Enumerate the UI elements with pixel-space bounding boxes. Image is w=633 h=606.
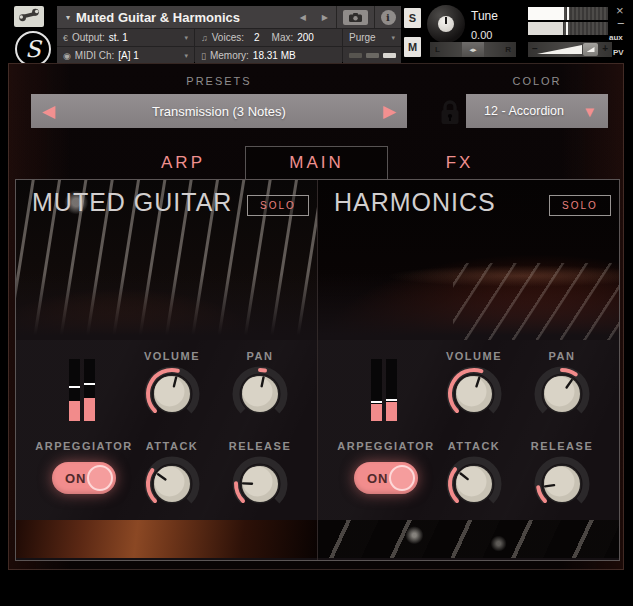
solo-button[interactable]: SOLO — [247, 195, 309, 216]
release-label: RELEASE — [531, 440, 593, 452]
aux-button[interactable]: aux — [609, 33, 623, 42]
attack-knob[interactable] — [141, 453, 203, 519]
tab-arp[interactable]: ARP — [121, 146, 245, 179]
load-bar — [366, 53, 379, 58]
midi-label: MIDI Ch: — [75, 50, 114, 61]
instrument-title: Muted Guitar & Harmonics — [76, 10, 240, 25]
tune-value: 0.00 — [471, 29, 492, 41]
tune-knob[interactable] — [427, 5, 465, 43]
volume-knob[interactable] — [141, 363, 203, 429]
channel-controls: VOLUME PAN A — [318, 340, 619, 520]
instrument-title-bar: ▾ Muted Guitar & Harmonics ◀ ▶ i — [57, 6, 401, 28]
snapshot-camera-button[interactable] — [343, 10, 368, 25]
library-logo: S — [15, 31, 51, 67]
volume-label: VOLUME — [144, 350, 200, 362]
pan-control[interactable]: L R ◂▸ — [430, 42, 516, 57]
voices-label: Voices: — [212, 32, 244, 43]
voices-display: ♫ Voices: 2 Max: 200 — [195, 29, 342, 46]
toggle-state-label: ON — [65, 471, 87, 486]
volume-wedge-icon — [537, 45, 582, 54]
output-icon: € — [63, 33, 68, 43]
strings-overlay — [453, 263, 619, 340]
solo-label: SOLO — [562, 200, 598, 211]
solo-button-header[interactable]: S — [404, 8, 421, 28]
purge-menu[interactable]: Purge ▾ — [343, 29, 401, 46]
harmonics-photo-strip — [318, 520, 619, 558]
purge-meter-cell — [343, 47, 401, 64]
tune-label: Tune — [471, 9, 498, 23]
volume-minus-label: − — [532, 43, 538, 54]
preset-selector[interactable]: ◀ Transmission (3 Notes) ▶ — [31, 94, 407, 128]
memory-label: Memory: — [210, 50, 249, 61]
output-selector[interactable]: € Output: st. 1 ▾ — [57, 29, 194, 46]
instrument-header: ▾ Muted Guitar & Harmonics ◀ ▶ i — [57, 6, 401, 62]
memory-icon: ▯ — [201, 51, 206, 61]
pan-label: PAN — [549, 350, 576, 362]
chevron-down-icon: ▾ — [184, 34, 188, 42]
collapse-caret-icon[interactable]: ▾ — [66, 13, 70, 22]
midi-value: [A] 1 — [118, 50, 139, 61]
pan-knob[interactable] — [229, 363, 291, 429]
volume-slider[interactable]: − + — [528, 42, 612, 57]
pv-button[interactable]: PV — [613, 48, 624, 57]
preset-next-icon[interactable]: ▶ — [383, 103, 396, 120]
pan-label: PAN — [247, 350, 274, 362]
mute-letter: M — [408, 41, 417, 53]
channel-muted-guitar: MUTED GUITAR SOLO VOLUME — [16, 180, 317, 560]
arpeggiator-toggle[interactable]: ON — [52, 462, 116, 494]
channel-harmonics: HARMONICS SOLO VOLUME — [317, 180, 619, 560]
kontakt-window: S ▾ Muted Guitar & Harmonics ◀ ▶ i — [0, 0, 633, 606]
color-section-label: COLOR — [466, 75, 608, 87]
attack-knob[interactable] — [443, 453, 505, 519]
lock-icon — [438, 99, 462, 126]
tab-main[interactable]: MAIN — [245, 146, 388, 179]
pan-left-label: L — [435, 45, 440, 54]
solo-button[interactable]: SOLO — [549, 195, 611, 216]
purge-load-bars — [349, 53, 396, 58]
max-label: Max: — [272, 32, 294, 43]
prev-instrument-icon[interactable]: ◀ — [292, 6, 314, 28]
divider — [336, 6, 337, 28]
arpeggiator-toggle[interactable]: ON — [354, 462, 418, 494]
minimize-button[interactable]: − — [617, 16, 625, 31]
camera-icon — [349, 13, 362, 22]
level-meter-left — [528, 7, 608, 20]
toggle-knob — [87, 465, 113, 491]
tab-label: ARP — [161, 153, 205, 173]
preset-prev-icon[interactable]: ◀ — [42, 103, 55, 120]
edit-wrench-button[interactable] — [14, 6, 44, 27]
pan-knob[interactable] — [531, 363, 593, 429]
midi-channel-selector[interactable]: ◉ MIDI Ch: [A] 1 ▾ — [57, 47, 194, 64]
channel-title: HARMONICS — [334, 188, 496, 217]
wrench-icon — [18, 8, 40, 26]
info-button[interactable]: i — [375, 6, 401, 28]
channel-meters — [371, 359, 397, 421]
next-instrument-icon[interactable]: ▶ — [314, 6, 336, 28]
release-knob[interactable] — [531, 453, 593, 519]
tune-knob-pointer — [445, 17, 447, 24]
preset-value[interactable]: Transmission (3 Notes) — [55, 104, 383, 119]
meter-bar — [69, 359, 80, 421]
volume-label: VOLUME — [446, 350, 502, 362]
release-knob[interactable] — [229, 453, 291, 519]
load-bar — [349, 53, 362, 58]
color-value: 12 - Accordion — [466, 104, 582, 118]
attack-label: ATTACK — [448, 440, 501, 452]
volume-handle[interactable] — [583, 43, 598, 56]
tab-fx[interactable]: FX — [388, 146, 531, 179]
release-label: RELEASE — [229, 440, 291, 452]
meter-bar — [386, 359, 397, 421]
color-dropdown[interactable]: 12 - Accordion ▼ — [466, 94, 608, 128]
volume-knob[interactable] — [443, 363, 505, 429]
info-icon: i — [381, 10, 396, 25]
pan-right-label: R — [505, 45, 511, 54]
pan-handle[interactable]: ◂▸ — [462, 42, 484, 57]
level-meter-right — [528, 22, 608, 35]
memory-display: ▯ Memory: 18.31 MB — [195, 47, 342, 64]
chevron-down-icon: ▼ — [582, 104, 597, 119]
channel-meters — [69, 359, 95, 421]
voices-value: 2 — [254, 32, 260, 43]
lock-button[interactable] — [438, 99, 462, 126]
chevron-down-icon: ▾ — [391, 34, 395, 42]
mute-button-header[interactable]: M — [404, 37, 421, 57]
